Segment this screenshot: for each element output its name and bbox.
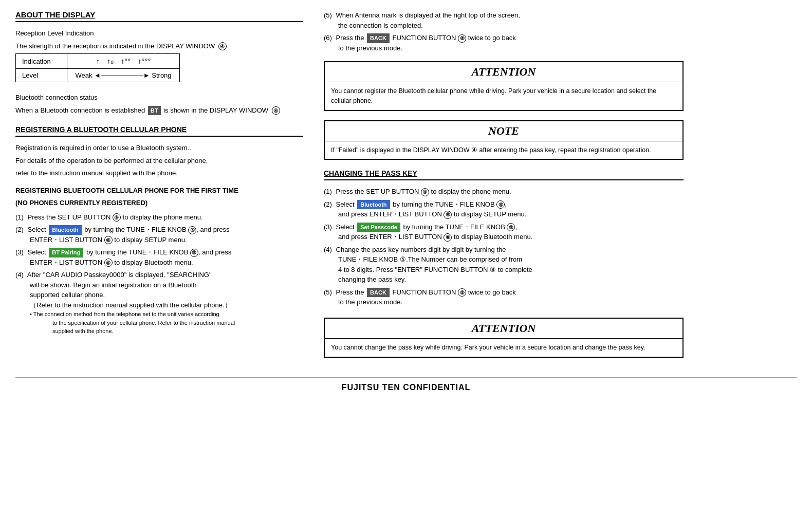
steps-continued: (5) When Antenna mark is displayed at th… (324, 10, 684, 53)
note-title: NOTE (325, 121, 682, 141)
chg-step-2: (2) Select Bluetooth by turning the TUNE… (324, 199, 684, 219)
reception-table: Indication ↑ ↑₀ ↑°° ↑°°° Level Weak ◄───… (15, 53, 180, 82)
chg-step-2-line2: and press ENTER・LIST BUTTON ⑥ to display… (324, 209, 684, 219)
chg-step-4-line4: changing the pass key. (324, 274, 684, 285)
bt-badge: BT (148, 106, 161, 116)
step-6-num: (6) (324, 34, 332, 42)
attention-box-2: ATTENTION You cannot change the pass key… (324, 318, 684, 358)
left-column: ABOUT THE DISPLAY Reception Level Indica… (15, 10, 303, 367)
signal-icon-1: ↑ (96, 57, 100, 65)
chg-step-3: (3) Select Set Passcode by turning the T… (324, 222, 684, 242)
chg-step-1: (1) Press the SET UP BUTTON ⑨ to display… (324, 187, 684, 197)
chg-step-5-line2: to the previous mode. (324, 297, 684, 307)
section1-title: ABOUT THE DISPLAY (15, 10, 303, 22)
step-4-line4: （Refer to the instruction manual supplie… (15, 300, 303, 310)
step-1: (1) Press the SET UP BUTTON ⑨ to display… (15, 212, 303, 223)
bt-title: Bluetooth connection status (15, 93, 303, 103)
step-2: (2) Select Bluetooth by turning the TUNE… (15, 225, 303, 245)
table-label-indication: Indication (16, 54, 67, 69)
step-4-line3: supported cellular phone. (15, 290, 303, 300)
chg-step-4-line2: TUNE・FILE KNOB ⑤.The Number can be compr… (324, 254, 684, 265)
reception-block: Reception Level Indication The strength … (15, 28, 303, 82)
chg-step-5: (5) Press the BACK FUNCTION BUTTON ⑧ twi… (324, 287, 684, 307)
chg-step-3-line2: and press ENTER・LIST BUTTON ⑥ to display… (324, 232, 684, 242)
table-level-range: Weak ◄─────────► Strong (67, 69, 180, 82)
attention-content-1: You cannot register the Bluetooth cellul… (325, 82, 682, 110)
bt-status-text: When a Bluetooth connection is establish… (15, 105, 303, 116)
chg-step-2-text: Select Bluetooth by turning the TUNE・FIL… (336, 200, 507, 208)
step-6-text: Press the BACK FUNCTION BUTTON ⑧ twice t… (336, 34, 516, 42)
chg-step-4-line3: 4 to 8 digits. Press "ENTER" FUNCTION BU… (324, 265, 684, 275)
step-4-text: After "CAR AUDIO Passkey0000" is display… (27, 271, 212, 279)
chg-step-3-text: Select Set Passcode by turning the TUNE・… (336, 223, 518, 231)
chg-step-2-num: (2) (324, 200, 332, 208)
register-section: REGISTERING A BLUETOOTH CELLULAR PHONE R… (15, 125, 303, 336)
section2-title: REGISTERING A BLUETOOTH CELLULAR PHONE (15, 125, 303, 137)
step-3-line2: ENTER・LIST BUTTON ⑥ to display Bluetooth… (15, 258, 303, 268)
note-content: If "Failed" is displayed in the DISPLAY … (325, 141, 682, 159)
attention-box-1: ATTENTION You cannot register the Blueto… (324, 61, 684, 111)
chg-step-1-num: (1) (324, 188, 332, 195)
step-1-text: Press the SET UP BUTTON ⑨ to display the… (28, 213, 203, 221)
bluetooth-badge-chg2: Bluetooth (357, 200, 390, 210)
back-badge-step6: BACK (367, 33, 390, 43)
attention-title-2: ATTENTION (325, 319, 682, 339)
note-box: NOTE If "Failed" is displayed in the DIS… (324, 120, 684, 160)
step-4: (4) After "CAR AUDIO Passkey0000" is dis… (15, 270, 303, 336)
back-badge-chg5: BACK (367, 288, 390, 298)
step-5: (5) When Antenna mark is displayed at th… (324, 10, 684, 30)
chg-step-4-num: (4) (324, 246, 332, 253)
reg-intro-2: For details of the operation to be perfo… (15, 156, 303, 166)
step-4-num: (4) (15, 271, 24, 279)
chg-step-3-num: (3) (324, 223, 332, 231)
step-3-text: Select BT Pairing by turning the TUNE・FI… (28, 248, 232, 256)
attention-title-1: ATTENTION (325, 62, 682, 82)
chg-step-5-text: Press the BACK FUNCTION BUTTON ⑧ twice t… (336, 288, 516, 296)
step-5-num: (5) (324, 11, 332, 19)
attention-content-2: You cannot change the pass key while dri… (325, 339, 682, 357)
step-5-text: When Antenna mark is displayed at the ri… (336, 11, 520, 19)
step-5-line2: the connection is completed. (324, 21, 684, 31)
reg-intro-1: Registration is required in order to use… (15, 143, 303, 153)
reception-subtitle: The strength of the reception is indicat… (15, 41, 303, 51)
step-2-num: (2) (15, 226, 24, 233)
bluetooth-status-block: Bluetooth connection status When a Bluet… (15, 93, 303, 115)
step-3: (3) Select BT Pairing by turning the TUN… (15, 247, 303, 267)
reg-header-2: (NO PHONES CURRENTLY REGISTERED) (15, 198, 303, 208)
step-4-small2: to the specification of your cellular ph… (30, 319, 303, 327)
page-container: ABOUT THE DISPLAY Reception Level Indica… (15, 10, 797, 367)
step-6-line2: to the previous mode. (324, 43, 684, 53)
step-3-num: (3) (15, 248, 24, 256)
right-column: (5) When Antenna mark is displayed at th… (324, 10, 684, 367)
page-footer: FUJITSU TEN CONFIDENTIAL (15, 377, 797, 392)
reg-intro-3: refer to the instruction manual supplied… (15, 168, 303, 178)
chg-step-5-num: (5) (324, 288, 332, 296)
step-4-small1: • The connection method from the telepho… (30, 310, 303, 319)
change-steps: (1) Press the SET UP BUTTON ⑨ to display… (324, 187, 684, 307)
signal-icon-3: ↑°° (121, 57, 131, 65)
step-4-line2: will be shown. Begin an initial registra… (15, 280, 303, 290)
step-4-small3: supplied with the phone. (30, 327, 303, 336)
change-passkey-section: CHANGING THE PASS KEY (1) Press the SET … (324, 169, 684, 307)
signal-icon-4: ↑°°° (138, 57, 151, 65)
step-1-num: (1) (15, 213, 24, 221)
chg-step-4: (4) Change the pass key numbers digit by… (324, 245, 684, 285)
step-2-line2: ENTER・LIST BUTTON ⑥ to display SETUP men… (15, 235, 303, 245)
step-2-text: Select Bluetooth by turning the TUNE・FIL… (28, 226, 230, 233)
signal-icon-2: ↑₀ (107, 57, 114, 65)
register-steps: (1) Press the SET UP BUTTON ⑨ to display… (15, 212, 303, 336)
chg-step-4-text: Change the pass key numbers digit by dig… (336, 246, 506, 253)
setpasscode-badge: Set Passcode (357, 223, 400, 232)
step-6: (6) Press the BACK FUNCTION BUTTON ⑧ twi… (324, 33, 684, 53)
bluetooth-badge-step2: Bluetooth (49, 225, 81, 235)
bt-circled: ④ (272, 106, 280, 115)
reception-title: Reception Level Indication (15, 28, 303, 39)
table-icons: ↑ ↑₀ ↑°° ↑°°° (67, 54, 180, 69)
change-passkey-title: CHANGING THE PASS KEY (324, 169, 684, 180)
reg-header-1: REGISTERING BLUETOOTH CELLULAR PHONE FOR… (15, 186, 303, 196)
chg-step-1-text: Press the SET UP BUTTON ⑨ to display the… (336, 188, 511, 195)
table-label-level: Level (16, 69, 67, 82)
btpairing-badge: BT Pairing (49, 248, 83, 258)
